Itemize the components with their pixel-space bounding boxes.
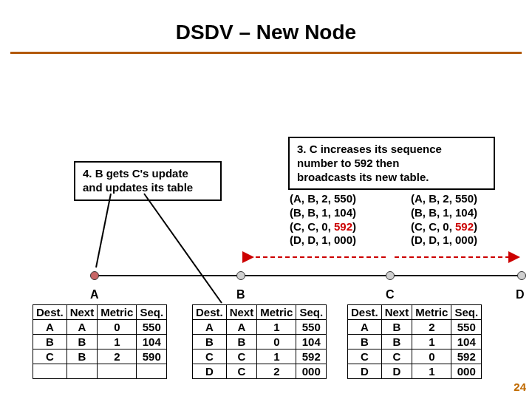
col-seq: Seq. <box>296 305 327 320</box>
col-dest: Dest. <box>193 305 227 320</box>
col-next: Next <box>226 305 257 320</box>
slide-number: 24 <box>514 381 526 393</box>
routing-table-c: Dest. Next Metric Seq. AB2550 BB1104 CC0… <box>347 304 482 379</box>
table-row: AA0550 <box>33 320 167 335</box>
tuple: (D, D, 1, 000) <box>411 233 477 248</box>
table-row: BB0104 <box>193 335 327 349</box>
svg-line-3 <box>144 194 222 303</box>
tuple: (B, B, 1, 104) <box>290 206 356 220</box>
table-row: CB2590 <box>33 349 167 364</box>
routing-table-a: Dest. Next Metric Seq. AA0550 BB1104 CB2… <box>33 304 167 379</box>
table-row: CC1592 <box>193 349 327 364</box>
col-seq: Seq. <box>451 305 482 320</box>
callout-step3-line: number to 592 then <box>297 157 486 171</box>
title-rule <box>10 52 522 54</box>
col-next: Next <box>381 305 412 320</box>
node-a-icon <box>90 271 99 280</box>
table-row: AB2550 <box>348 320 482 335</box>
table-row: DC2000 <box>193 364 327 379</box>
tuple: (A, B, 2, 550) <box>411 192 477 206</box>
callout-step4: 4. B gets C's update and updates its tab… <box>74 161 222 201</box>
tuple: (B, B, 1, 104) <box>411 206 477 220</box>
tuple: (C, C, 0, 592) <box>411 220 477 234</box>
callout-step4-line: and updates its table <box>83 181 213 195</box>
callout-step3: 3. C increases its sequence number to 59… <box>288 137 495 190</box>
callout-step3-line: broadcasts its new table. <box>297 171 486 185</box>
svg-line-4 <box>96 194 111 267</box>
broadcast-tuples-right: (A, B, 2, 550) (B, B, 1, 104) (C, C, 0, … <box>411 192 477 248</box>
table-row: BB1104 <box>348 335 482 349</box>
routing-table-b: Dest. Next Metric Seq. AA1550 BB0104 CC1… <box>192 304 327 379</box>
col-seq: Seq. <box>137 305 167 320</box>
col-next: Next <box>66 305 98 320</box>
table-row: DD1000 <box>348 364 482 379</box>
node-b-icon <box>236 271 245 280</box>
tuple: (D, D, 1, 000) <box>290 233 356 248</box>
node-c-icon <box>386 271 395 280</box>
col-metric: Metric <box>98 305 137 320</box>
table-row <box>33 364 167 379</box>
broadcast-tuples-left: (A, B, 2, 550) (B, B, 1, 104) (C, C, 0, … <box>290 192 356 248</box>
col-dest: Dest. <box>348 305 382 320</box>
node-d-icon <box>517 271 526 280</box>
tuple: (A, B, 2, 550) <box>290 192 356 206</box>
table-row: BB1104 <box>33 335 167 349</box>
callout-step3-line: 3. C increases its sequence <box>297 143 486 157</box>
node-a-label: A <box>90 288 99 301</box>
tuple: (C, C, 0, 592) <box>290 220 356 234</box>
table-row: CC0592 <box>348 349 482 364</box>
col-dest: Dest. <box>33 305 67 320</box>
node-b-label: B <box>236 288 245 301</box>
node-d-label: D <box>516 288 525 301</box>
slide-title: DSDV – New Node <box>0 21 532 44</box>
col-metric: Metric <box>412 305 451 320</box>
table-row: AA1550 <box>193 320 327 335</box>
callout-step4-line: 4. B gets C's update <box>83 167 213 181</box>
col-metric: Metric <box>257 305 296 320</box>
node-c-label: C <box>386 288 395 301</box>
